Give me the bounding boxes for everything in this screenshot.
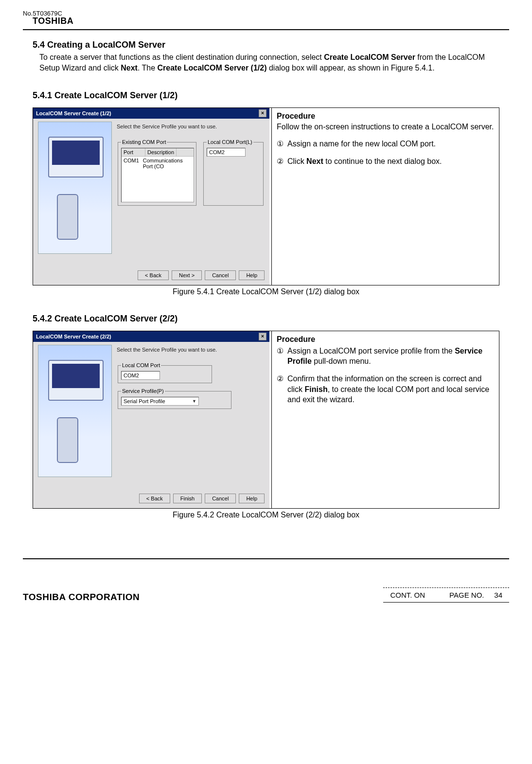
- footer-rule: [23, 558, 509, 559]
- step-1-text: Assign a name for the new local COM port…: [287, 139, 494, 149]
- intro-text: . The: [138, 64, 158, 72]
- step-2-marker: ②: [277, 156, 287, 167]
- service-profile-combo[interactable]: Serial Port Profile ▼: [121, 397, 199, 406]
- footer-pagebox: CONT. ON PAGE NO. 34: [383, 587, 509, 603]
- step-2-pre: Click: [287, 157, 306, 165]
- intro-bold-1: Create LocalCOM Server: [324, 53, 415, 61]
- figure-2-table: LocalCOM Server Create (2/2) × Select th…: [33, 331, 499, 509]
- step-2-bold: Next: [306, 157, 323, 165]
- page-no-value: 34: [494, 591, 502, 599]
- step-1-marker: ①: [277, 139, 287, 149]
- help-button[interactable]: Help: [239, 494, 265, 503]
- row-desc: Communications Port (CO: [141, 157, 194, 170]
- step-2-text: Click Next to continue to the next dialo…: [287, 156, 494, 167]
- local-port-field-2: COM2: [121, 371, 160, 380]
- service-profile-value: Serial Port Profile: [124, 398, 165, 404]
- step-1-marker-2: ①: [277, 346, 287, 367]
- step-2-text-2: Confirm that the information on the scre…: [287, 373, 494, 405]
- dialog-illustration: [38, 122, 112, 254]
- section-title: 5.4 Creating a LocalCOM Server: [33, 40, 499, 50]
- row-port: COM1: [122, 157, 141, 170]
- cancel-button[interactable]: Cancel: [205, 270, 236, 280]
- figure-1-caption: Figure 5.4.1 Create LocalCOM Server (1/2…: [33, 287, 499, 296]
- section-intro: To create a server that functions as the…: [39, 52, 499, 73]
- help-button[interactable]: Help: [239, 270, 265, 280]
- finish-button[interactable]: Finish: [173, 494, 202, 503]
- back-button[interactable]: < Back: [138, 270, 169, 280]
- dialog-2: LocalCOM Server Create (2/2) × Select th…: [33, 331, 269, 508]
- cont-on-label: CONT. ON: [390, 591, 425, 599]
- procedure-title-2: Procedure: [277, 334, 494, 345]
- page-no-label: PAGE NO.: [449, 591, 484, 599]
- dialog-2-title: LocalCOM Server Create (2/2): [36, 334, 111, 339]
- dialog-1: LocalCOM Server Create (1/2) × Select th…: [33, 108, 269, 285]
- step-2-marker-2: ②: [277, 373, 287, 405]
- footer-corp: TOSHIBA CORPORATION: [23, 592, 140, 603]
- laptop-icon: [48, 137, 104, 178]
- figure-1-table: LocalCOM Server Create (1/2) × Select th…: [33, 107, 499, 285]
- chevron-down-icon: ▼: [192, 399, 196, 404]
- cancel-button[interactable]: Cancel: [205, 494, 236, 503]
- existing-port-label: Existing COM Port: [121, 139, 167, 145]
- brand-header: TOSHIBA: [33, 16, 509, 26]
- subsection-1-title: 5.4.1 Create LocalCOM Server (1/2): [33, 90, 499, 101]
- dialog-illustration: [38, 345, 112, 477]
- step-1-text-2: Assign a LocalCOM port service profile f…: [287, 346, 494, 367]
- service-profile-label: Service Profile(P): [121, 388, 165, 394]
- step-1-pre: Assign a LocalCOM port service profile f…: [287, 347, 455, 355]
- intro-text: To create a server that functions as the…: [39, 53, 324, 61]
- procedure-title: Procedure: [277, 111, 494, 122]
- intro-bold-2: Next: [121, 64, 138, 72]
- step-2-bold: Finish: [305, 385, 328, 393]
- intro-bold-3: Create LocalCOM Server (1/2): [158, 64, 267, 72]
- step-1-post: pull-down menu.: [312, 357, 371, 365]
- laptop-icon: [48, 360, 104, 401]
- phone-icon: [57, 417, 78, 463]
- intro-text: dialog box will appear, as shown in Figu…: [266, 64, 434, 72]
- col-desc: Description: [145, 148, 177, 156]
- step-2-post: to continue to the next dialog box.: [323, 157, 442, 165]
- local-port-field[interactable]: COM2: [207, 148, 246, 157]
- existing-port-list[interactable]: Port Description COM1 Communications Por…: [121, 148, 194, 202]
- procedure-intro: Follow the on-screen instructions to cre…: [277, 122, 494, 132]
- phone-icon: [57, 194, 78, 240]
- subsection-2-title: 5.4.2 Create LocalCOM Server (2/2): [33, 314, 499, 324]
- dialog-hint: Select the Service Profile you want to u…: [117, 347, 265, 353]
- next-button[interactable]: Next >: [172, 270, 202, 280]
- header-rule: [23, 29, 509, 30]
- close-icon[interactable]: ×: [259, 109, 266, 117]
- col-port: Port: [122, 148, 145, 156]
- dialog-hint: Select the Service Profile you want to u…: [117, 124, 265, 129]
- close-icon[interactable]: ×: [259, 333, 266, 340]
- back-button[interactable]: < Back: [139, 494, 170, 503]
- local-port-label-2: Local COM Port: [121, 362, 161, 368]
- dialog-1-title: LocalCOM Server Create (1/2): [36, 110, 111, 116]
- figure-2-caption: Figure 5.4.2 Create LocalCOM Server (2/2…: [33, 511, 499, 519]
- local-port-label: Local COM Port(L): [207, 139, 253, 145]
